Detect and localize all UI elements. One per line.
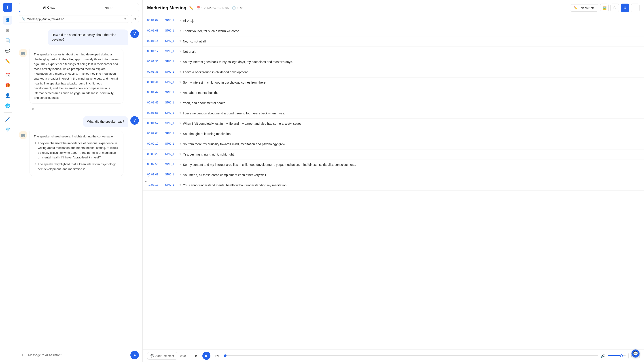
image-button[interactable]: 🖼️	[600, 3, 609, 12]
sparkle-icon[interactable]: ✦	[19, 352, 26, 359]
user-bubble-2: What did the speaker say?	[83, 116, 128, 127]
sidebar-item-gift[interactable]: 🎁	[3, 81, 12, 90]
ts-time[interactable]: 00:02:58	[147, 162, 163, 166]
file-selector[interactable]: 📎 WhatsApp_Audio_2024-11-13... ∨	[19, 15, 129, 23]
user-avatar-1: V	[130, 29, 139, 38]
time-display: 0:00	[180, 354, 189, 358]
ts-time[interactable]: 00:02:04	[147, 132, 163, 135]
copy-button-1[interactable]: ⧉	[30, 105, 37, 113]
ts-speaker[interactable]: SPK_1	[165, 90, 178, 94]
app-logo: T	[3, 3, 12, 12]
user-bubble-1: How did the speaker's curiosity about th…	[48, 29, 128, 45]
chevron-down-icon: ∨	[179, 60, 181, 63]
play-button[interactable]: ▶	[202, 352, 210, 360]
ts-speaker[interactable]: SPK_1	[165, 152, 178, 156]
ai-bubble-1: The speaker's curiosity about the mind d…	[30, 49, 124, 104]
ts-time[interactable]: 00:01:30	[147, 60, 163, 63]
sidebar: T 👤 ⊞ 📄 💬 ✏️ 📅 🎁 👤 🌐 🖊️ 💎	[0, 0, 15, 362]
sidebar-item-grid[interactable]: ⊞	[3, 26, 12, 35]
sidebar-item-edit[interactable]: ✏️	[3, 57, 12, 66]
pencil-icon: ✏️	[574, 6, 577, 9]
chevron-down-icon: ∨	[179, 91, 181, 94]
sidebar-item-diamond[interactable]: 💎	[3, 125, 12, 134]
ts-text: When I felt completely lost in my life a…	[183, 121, 640, 126]
ai-text-1: The speaker's curiosity about the mind d…	[34, 53, 119, 99]
volume-slider[interactable]	[608, 355, 626, 356]
ai-bubble-2: The speaker shared several insights duri…	[30, 131, 124, 176]
floating-chat-button[interactable]: 💬	[632, 350, 640, 358]
transcript-list: 00:01:07 SPK_1 ∨ Hi Viraj. 00:01:08 SPK_…	[143, 16, 644, 349]
ts-speaker[interactable]: SPK_1	[165, 142, 178, 145]
user-text-2: What did the speaker say?	[87, 120, 124, 123]
panel-tabs: AI Chat Notes	[15, 0, 142, 12]
ts-speaker[interactable]: SPK_1	[165, 49, 178, 53]
message-input[interactable]	[28, 353, 128, 357]
ts-time[interactable]: 00:01:41	[147, 80, 163, 84]
ts-time[interactable]: 00:01:16	[147, 39, 163, 42]
chevron-down-icon: ∨	[124, 17, 126, 20]
sidebar-item-users[interactable]: 👤	[3, 16, 12, 24]
ts-time[interactable]: 00:03:13	[147, 183, 163, 186]
file-name: WhatsApp_Audio_2024-11-13...	[27, 17, 122, 21]
ts-speaker[interactable]: SPK_1	[165, 111, 178, 114]
ts-speaker[interactable]: SPK_1	[165, 39, 178, 42]
rewind-button[interactable]: ⏮	[192, 352, 200, 360]
edit-as-note-button[interactable]: ✏️ Edit as Note	[570, 4, 598, 12]
tab-ai-chat[interactable]: AI Chat	[19, 3, 79, 12]
ts-speaker[interactable]: SPK_1	[165, 70, 178, 73]
ts-speaker[interactable]: SPK_1	[165, 162, 178, 166]
progress-bar[interactable]	[224, 355, 598, 356]
ts-speaker[interactable]: SPK_1	[165, 18, 178, 22]
calendar-icon: 📅	[196, 6, 200, 9]
ts-text: So from there my curiosity towards mind,…	[183, 142, 640, 147]
chevron-down-icon: ∨	[179, 101, 181, 104]
ts-time[interactable]: 00:01:17	[147, 49, 163, 53]
ts-time[interactable]: 00:02:10	[147, 142, 163, 145]
ts-speaker[interactable]: SPK_1	[165, 29, 178, 32]
more-button[interactable]: ⋯	[631, 3, 640, 12]
transcript-row: 00:01:38 SPK_1 ∨ I have a background in …	[143, 67, 644, 77]
ts-time[interactable]: 00:03:08	[147, 173, 163, 176]
ai-text-2: The speaker shared several insights duri…	[34, 134, 119, 139]
filter-button[interactable]: ⚙	[131, 15, 139, 23]
ts-time[interactable]: 00:01:49	[147, 101, 163, 104]
chevron-down-icon: ∨	[179, 19, 181, 22]
sidebar-item-person[interactable]: 👤	[3, 91, 12, 100]
sidebar-item-translate[interactable]: 🌐	[3, 101, 12, 110]
ts-time[interactable]: 00:01:51	[147, 111, 163, 114]
download-button[interactable]: ⬇	[621, 3, 629, 12]
ts-text: So my content and my interest area lies …	[183, 162, 640, 167]
ts-speaker[interactable]: SPK_1	[165, 121, 178, 125]
ts-speaker[interactable]: SPK_1	[165, 80, 178, 84]
ts-text: So my interest in childhood in psycholog…	[183, 80, 640, 85]
edit-title-icon[interactable]: ✏️	[189, 6, 193, 9]
chevron-down-icon: ∨	[179, 39, 181, 42]
meta-info: 📅 13/11/2024, 15:17:05 🕐 12:08	[196, 6, 244, 9]
ts-time[interactable]: 00:01:07	[147, 18, 163, 22]
ts-speaker[interactable]: SPK_1	[165, 183, 178, 186]
user-avatar-2: V	[130, 116, 139, 125]
ts-time[interactable]: 00:01:38	[147, 70, 163, 73]
send-button[interactable]: ➤	[130, 351, 139, 359]
share-button[interactable]: ⬡	[610, 3, 619, 12]
ts-text: I became curious about mind around three…	[183, 111, 640, 116]
sidebar-item-chat[interactable]: 💬	[3, 46, 12, 55]
ts-time[interactable]: 00:01:08	[147, 29, 163, 32]
ts-speaker[interactable]: SPK_1	[165, 101, 178, 104]
ts-speaker[interactable]: SPK_1	[165, 60, 178, 63]
ts-time[interactable]: 00:01:57	[147, 121, 163, 125]
add-comment-button[interactable]: 💬 Add Comment	[147, 352, 177, 360]
ts-text: You cannot understand mental health with…	[183, 183, 640, 188]
ts-time[interactable]: 00:01:47	[147, 90, 163, 94]
ts-speaker[interactable]: SPK_1	[165, 173, 178, 176]
ts-speaker[interactable]: SPK_1	[165, 132, 178, 135]
forward-button[interactable]: ⏭	[213, 352, 221, 360]
sidebar-item-calendar[interactable]: 📅	[3, 70, 12, 79]
sidebar-item-document[interactable]: 📄	[3, 36, 12, 45]
transcript-row: 00:01:41 SPK_1 ∨ So my interest in child…	[143, 77, 644, 88]
ts-time[interactable]: 00:02:23	[147, 152, 163, 156]
sidebar-item-pen[interactable]: 🖊️	[3, 115, 12, 124]
tab-notes[interactable]: Notes	[79, 3, 139, 12]
collapse-button[interactable]: »	[143, 176, 149, 186]
chevron-down-icon: ∨	[179, 183, 181, 186]
